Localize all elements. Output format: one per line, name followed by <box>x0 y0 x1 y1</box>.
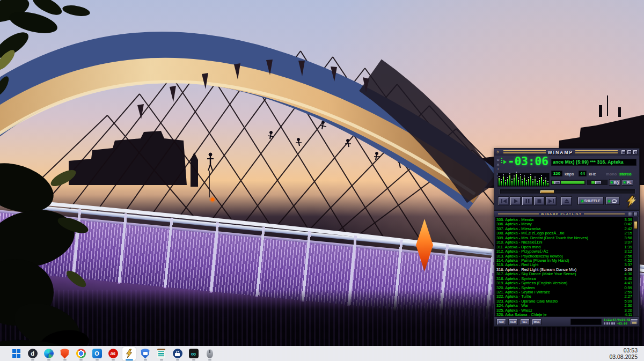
playlist-mini-time: -03:06 <box>617 322 627 325</box>
taskbar-icon-mouse[interactable] <box>203 347 216 360</box>
spectrum-bar <box>532 181 533 186</box>
start-button[interactable] <box>10 347 23 360</box>
spectrum-bar <box>503 176 504 186</box>
running-indicator <box>63 359 67 360</box>
taskbar-icon-security[interactable] <box>138 347 152 360</box>
track-title-marquee[interactable]: ance Mix) (5:09) *** 316. Apteka <box>551 159 636 166</box>
playlist-list-menu-button[interactable] <box>630 319 638 325</box>
volume-thumb[interactable] <box>554 180 561 185</box>
spectrum-bar <box>545 180 546 186</box>
spectrum-bar <box>530 176 531 186</box>
clock-time: 03:53 <box>609 347 638 354</box>
balance-slider[interactable] <box>587 180 608 185</box>
playlist-add-button[interactable]: ADD <box>496 319 506 325</box>
taskbar-icon-edge[interactable] <box>42 347 55 360</box>
bitrate-unit: kbps <box>565 172 574 176</box>
taskbar-icon-outlook[interactable]: O <box>90 347 104 360</box>
mini-transport-buttons[interactable] <box>604 322 616 325</box>
running-indicator <box>112 359 115 360</box>
playlist-title: WINAMP PLAYLIST <box>541 212 582 216</box>
playlist-misc-button[interactable]: MISC <box>532 319 541 325</box>
spectrum-bar <box>505 182 506 186</box>
spectrum-bar <box>522 181 523 186</box>
spectrum-bar <box>524 178 525 186</box>
running-indicator <box>144 359 147 360</box>
seek-bar[interactable] <box>499 189 635 194</box>
spectrum-bar <box>537 183 538 186</box>
repeat-button[interactable] <box>605 197 620 205</box>
taskbar-icon-lastfm[interactable]: as <box>106 347 120 360</box>
playlist-rem-button[interactable]: REM <box>508 319 518 325</box>
playlist-footer: ADD REM SEL MISC 5:11:47/9:56:45 -03:06 <box>494 316 639 326</box>
playlist-sel-button[interactable]: SEL <box>520 319 530 325</box>
seek-thumb[interactable] <box>540 190 554 194</box>
taskbar-icon-notepad[interactable] <box>155 347 168 360</box>
running-indicator <box>176 359 179 360</box>
playlist-track-list[interactable]: 305. Apteka - Menda3:39306. Apteka - Mew… <box>495 217 634 318</box>
running-indicator <box>31 359 34 360</box>
taskbar-icon-duckduckgo[interactable]: d <box>26 347 39 360</box>
running-indicator <box>96 359 99 360</box>
volume-slider[interactable] <box>551 180 586 185</box>
spectrum-bar <box>499 178 500 186</box>
pause-button[interactable] <box>522 196 533 205</box>
previous-button[interactable] <box>498 196 509 205</box>
repeat-icon <box>611 199 617 203</box>
minimize-button[interactable] <box>621 150 626 154</box>
running-indicator <box>160 359 163 360</box>
play-button[interactable] <box>510 196 521 205</box>
spectrum-bar <box>509 175 510 186</box>
taskbar-clock[interactable]: 03:53 03.08.2025 <box>609 347 644 360</box>
spectrum-bar <box>539 180 540 186</box>
playlist-shade-button[interactable] <box>628 212 632 216</box>
playlist-mini-visualizer <box>570 319 602 325</box>
spectrum-bar <box>518 180 519 186</box>
taskbar: dOas∞ 03:53 03.08.2025 <box>0 346 644 361</box>
winamp-titlebar-icon <box>496 150 501 154</box>
balance-thumb[interactable] <box>595 180 602 185</box>
spectrum-bar <box>514 178 515 186</box>
running-indicator <box>192 359 195 360</box>
stop-button[interactable] <box>533 196 545 205</box>
next-button[interactable] <box>545 196 557 205</box>
spectrum-bar <box>528 179 529 186</box>
spectrum-bar <box>526 182 527 186</box>
close-button[interactable] <box>633 150 638 154</box>
time-display[interactable]: -03:06 <box>508 155 548 168</box>
repeat-on-indicator <box>608 200 610 202</box>
running-indicator <box>126 359 133 360</box>
playlist-scroll-thumb[interactable] <box>634 221 638 229</box>
playlist-total-time: 5:11:47/9:56:45 <box>604 318 632 322</box>
eject-button[interactable] <box>561 196 572 205</box>
spectrum-bar <box>543 182 544 186</box>
winamp-logo <box>624 195 639 208</box>
playlist-scrollbar[interactable] <box>633 217 638 318</box>
play-status-icon <box>503 160 507 164</box>
playlist-time-info: 5:11:47/9:56:45 -03:06 <box>604 318 632 326</box>
eq-on-indicator <box>611 181 613 183</box>
spectrum-bar <box>511 181 513 186</box>
winamp-main-window: WINAMP OA ID V -03:06 ance Mix) (5:09) *… <box>494 148 640 210</box>
winamp-playlist-window: WINAMP PLAYLIST 305. Apteka - Menda3:393… <box>494 210 640 327</box>
equalizer-toggle-button[interactable]: EQ <box>609 179 620 186</box>
taskbar-icon-chrome[interactable] <box>74 347 87 360</box>
position-indicator <box>501 158 502 164</box>
running-indicator <box>79 359 83 360</box>
taskbar-icon-loop[interactable]: ∞ <box>187 347 200 360</box>
mono-indicator: mono <box>606 172 617 176</box>
spectrum-bar <box>520 176 521 186</box>
pl-on-indicator <box>624 181 626 183</box>
shade-button[interactable] <box>627 150 632 154</box>
playlist-titlebar[interactable]: WINAMP PLAYLIST <box>494 211 639 217</box>
playlist-close-button[interactable] <box>633 212 638 216</box>
playlist-toggle-button[interactable]: PL <box>622 179 633 186</box>
taskbar-icon-winamp[interactable] <box>122 347 136 360</box>
spectrum-analyzer[interactable] <box>497 173 550 187</box>
shuffle-button[interactable]: SHUFFLE <box>577 197 604 205</box>
spectrum-bar <box>501 181 502 186</box>
winamp-title: WINAMP <box>548 150 573 155</box>
taskbar-icon-lock[interactable] <box>171 347 184 360</box>
spectrum-bar <box>547 183 548 186</box>
taskbar-icon-brave[interactable] <box>58 347 71 360</box>
spectrum-bar <box>516 174 517 186</box>
